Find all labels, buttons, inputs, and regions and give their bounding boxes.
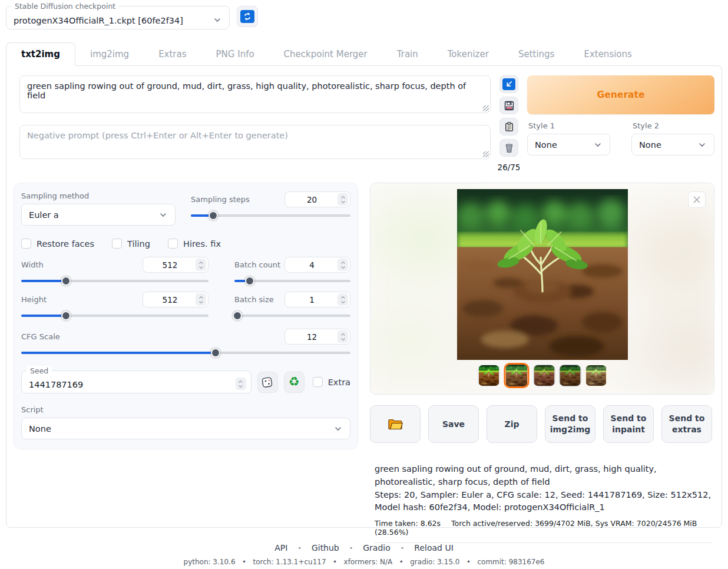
- batch-count-input[interactable]: 4: [284, 257, 350, 273]
- sampling-steps-slider[interactable]: [191, 211, 350, 220]
- prompt-row: green sapling rowing out of ground, mud,…: [14, 75, 714, 172]
- script-dropdown[interactable]: None: [21, 418, 350, 439]
- resize-grip-icon[interactable]: [483, 105, 489, 111]
- output-buttons-row: Save Zip Send to img2img Send to inpaint…: [370, 405, 714, 443]
- cfg-slider[interactable]: [21, 348, 350, 358]
- thumbnail-4[interactable]: [559, 365, 581, 386]
- tab-extensions[interactable]: Extensions: [569, 43, 646, 65]
- height-input[interactable]: 512: [143, 292, 209, 307]
- save-button[interactable]: Save: [428, 405, 479, 443]
- random-seed-button[interactable]: [257, 372, 278, 393]
- tab-png-info[interactable]: PNG Info: [201, 43, 269, 65]
- prompt-column: green sapling rowing out of ground, mud,…: [14, 75, 491, 172]
- negative-prompt-input[interactable]: [19, 125, 491, 159]
- open-folder-button[interactable]: [370, 405, 421, 443]
- thumbnail-1[interactable]: [478, 365, 499, 386]
- seed-input[interactable]: Seed 1441787169: [21, 370, 252, 393]
- cfg-box: CFG Scale 12: [21, 329, 350, 358]
- tab-extras[interactable]: Extras: [144, 43, 201, 65]
- height-slider[interactable]: [21, 311, 209, 320]
- close-icon: [693, 196, 701, 204]
- cfg-input[interactable]: 12: [284, 329, 350, 345]
- hires-fix-checkbox[interactable]: Hires. fix: [168, 239, 221, 249]
- result-gallery: [370, 183, 714, 395]
- tab-checkpoint-merger[interactable]: Checkpoint Merger: [269, 43, 382, 65]
- send-to-extras-button[interactable]: Send to extras: [661, 405, 712, 443]
- clear-prompt-button[interactable]: [499, 139, 518, 157]
- resize-grip-icon[interactable]: [483, 151, 489, 157]
- send-to-inpaint-button[interactable]: Send to inpaint: [603, 405, 654, 443]
- stepper-icon[interactable]: [337, 193, 348, 206]
- style2-dropdown[interactable]: None: [631, 134, 714, 156]
- dice-icon: [262, 376, 273, 388]
- recycle-icon: ♻: [289, 376, 300, 388]
- batch-size-input[interactable]: 1: [284, 292, 350, 307]
- styles-row: Style 1 None Style 2 None: [527, 121, 714, 156]
- chevron-down-icon: [333, 424, 343, 434]
- api-link[interactable]: API: [274, 543, 287, 553]
- chevron-down-icon: [697, 140, 707, 150]
- sampling-method-dropdown[interactable]: Euler a: [21, 204, 176, 226]
- width-input[interactable]: 512: [143, 257, 209, 273]
- batch-size-slider[interactable]: [234, 311, 350, 320]
- batch-count-slider[interactable]: [234, 276, 350, 286]
- stepper-icon[interactable]: [337, 293, 348, 306]
- main-tabs: txt2img img2img Extras PNG Info Checkpoi…: [6, 42, 722, 65]
- version-info: python: 3.10.6 • torch: 1.13.1+cu117 • x…: [6, 558, 722, 566]
- checkbox-icon: [112, 239, 122, 249]
- trash-icon: [504, 143, 514, 153]
- width-slider[interactable]: [21, 276, 209, 286]
- tab-settings[interactable]: Settings: [504, 43, 570, 65]
- batch-size-label: Batch size: [234, 295, 274, 304]
- generate-button[interactable]: Generate: [527, 75, 714, 114]
- close-gallery-button[interactable]: [688, 191, 706, 208]
- tab-txt2img[interactable]: txt2img: [6, 42, 75, 66]
- sampling-method-label: Sampling method: [21, 191, 176, 200]
- stepper-icon[interactable]: [236, 378, 246, 390]
- github-link[interactable]: Github: [312, 543, 339, 553]
- time-taken: Time taken: 8.62s: [375, 519, 441, 528]
- checkpoint-dropdown[interactable]: Stable Diffusion checkpoint protogenX34O…: [6, 6, 230, 29]
- stepper-icon[interactable]: [337, 330, 348, 343]
- zip-button[interactable]: Zip: [487, 405, 537, 443]
- style1-dropdown[interactable]: None: [527, 134, 610, 156]
- tab-img2img[interactable]: img2img: [75, 43, 144, 65]
- extra-seed-checkbox[interactable]: Extra: [313, 377, 350, 387]
- paste-arrow-icon: [502, 78, 515, 90]
- gradio-link[interactable]: Gradio: [363, 543, 391, 553]
- style2-value: None: [639, 140, 661, 150]
- sampling-steps-input[interactable]: 20: [284, 191, 350, 207]
- send-to-img2img-button[interactable]: Send to img2img: [545, 405, 595, 443]
- clipboard-icon: [504, 122, 514, 132]
- generated-image[interactable]: [457, 189, 628, 360]
- sampling-method-value: Euler a: [29, 210, 59, 220]
- style2-box: Style 2 None: [631, 121, 714, 156]
- footer-links: API • Github • Gradio • Reload UI: [6, 543, 722, 553]
- width-label: Width: [21, 260, 44, 269]
- checkpoint-label: Stable Diffusion checkpoint: [11, 1, 119, 12]
- stepper-icon[interactable]: [337, 259, 348, 271]
- thumbnail-3[interactable]: [533, 365, 555, 386]
- tiling-checkbox[interactable]: Tiling: [112, 239, 150, 249]
- bullet-separator: •: [297, 544, 302, 552]
- reuse-seed-button[interactable]: ♻: [284, 372, 305, 393]
- thumbnail-2-selected[interactable]: [504, 363, 529, 388]
- tab-train[interactable]: Train: [382, 43, 433, 65]
- sampling-steps-box: Sampling steps 20: [191, 191, 350, 226]
- refresh-checkpoints-button[interactable]: [237, 6, 258, 27]
- script-value: None: [29, 424, 51, 434]
- generate-column: Generate Style 1 None Style 2 None: [527, 75, 714, 172]
- apply-style-button[interactable]: [499, 118, 518, 135]
- paste-params-button[interactable]: [499, 75, 518, 93]
- tab-tokenizer[interactable]: Tokenizer: [433, 43, 504, 65]
- restore-faces-checkbox[interactable]: Restore faces: [21, 239, 94, 249]
- prompt-input[interactable]: green sapling rowing out of ground, mud,…: [19, 75, 491, 113]
- cfg-label: CFG Scale: [21, 332, 60, 341]
- reload-ui-link[interactable]: Reload UI: [414, 543, 453, 553]
- style1-label: Style 1: [527, 121, 610, 130]
- stepper-icon[interactable]: [196, 259, 206, 271]
- stepper-icon[interactable]: [196, 293, 206, 306]
- script-box: Script None: [21, 405, 350, 439]
- thumbnail-5[interactable]: [585, 365, 607, 386]
- save-style-button[interactable]: [499, 97, 518, 114]
